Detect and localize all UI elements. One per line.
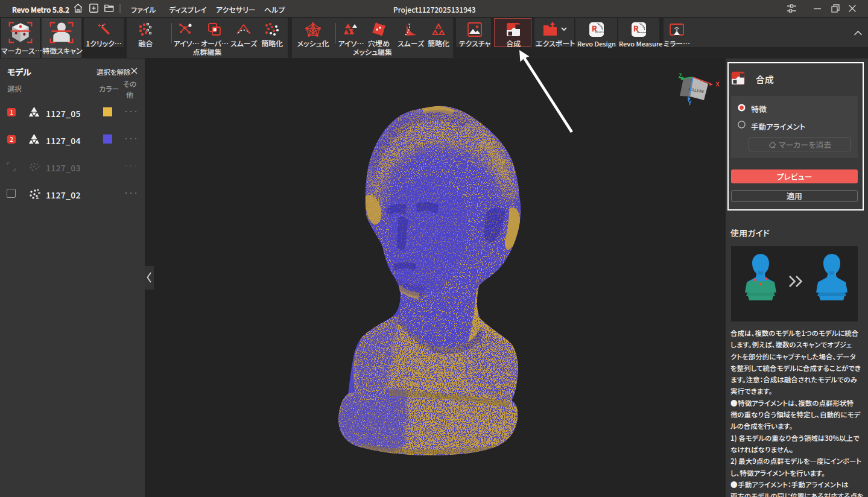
svg-text:Y: Y (688, 98, 692, 107)
svg-text:Measure: Measure (637, 30, 647, 34)
svg-text:Z: Z (679, 72, 682, 80)
svg-text:X: X (715, 80, 720, 88)
svg-text:DESIGN: DESIGN (595, 30, 604, 34)
